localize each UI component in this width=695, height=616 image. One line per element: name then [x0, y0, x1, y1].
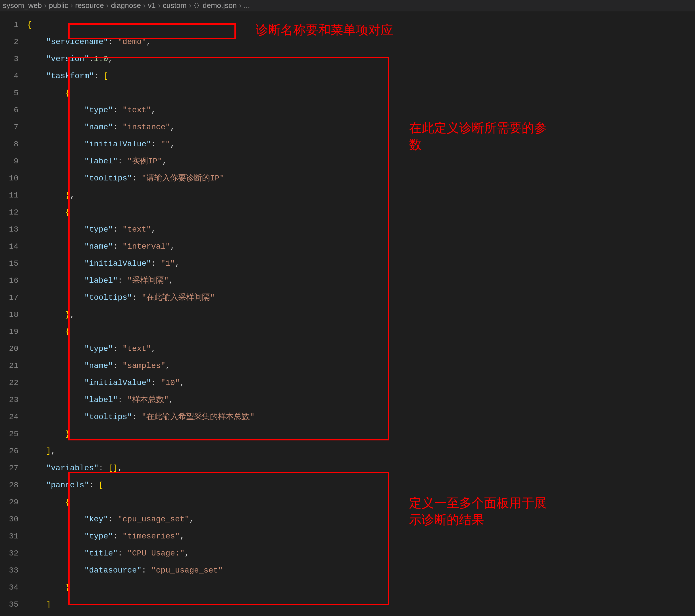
breadcrumb-seg[interactable]: resource [75, 1, 104, 10]
breadcrumb-seg[interactable]: public [49, 1, 68, 10]
chevron-right-icon: › [158, 1, 160, 10]
chevron-right-icon: › [106, 1, 109, 10]
chevron-right-icon: › [239, 1, 241, 10]
breadcrumb-seg[interactable]: demo.json [203, 1, 237, 10]
breadcrumb-seg[interactable]: v1 [148, 1, 156, 10]
breadcrumb-seg[interactable]: custom [163, 1, 187, 10]
code-content[interactable]: { "servicename": "demo", "version":1.0, … [27, 11, 695, 616]
chevron-right-icon: › [143, 1, 146, 10]
chevron-right-icon: › [70, 1, 73, 10]
breadcrumb-bar: sysom_web › public › resource › diagnose… [0, 0, 695, 11]
breadcrumb-seg[interactable]: ... [244, 1, 250, 10]
code-editor[interactable]: 1234567891011121314151617181920212223242… [0, 11, 695, 616]
breadcrumb-seg[interactable]: diagnose [111, 1, 141, 10]
chevron-right-icon: › [44, 1, 47, 10]
chevron-right-icon: › [189, 1, 191, 10]
line-number-gutter: 1234567891011121314151617181920212223242… [0, 11, 27, 616]
json-file-icon [193, 3, 200, 9]
breadcrumb-seg[interactable]: sysom_web [3, 1, 42, 10]
